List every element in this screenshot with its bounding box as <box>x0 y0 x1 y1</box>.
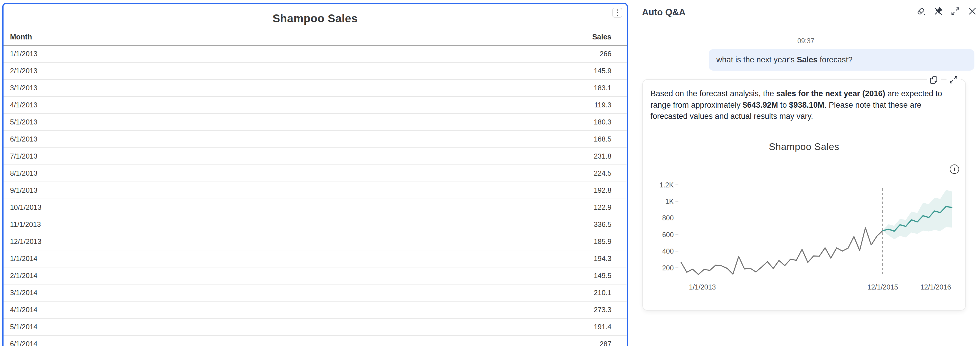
sales-cell: 185.9 <box>594 238 611 246</box>
table-row[interactable]: 2/1/2013145.9 <box>3 63 627 80</box>
month-cell: 12/1/2013 <box>10 238 41 246</box>
confidence-band <box>883 190 952 239</box>
sales-cell: 231.8 <box>594 152 611 160</box>
month-cell: 5/1/2014 <box>10 323 37 331</box>
report-canvas: Shampoo Sales Month Sales 1/1/20132662/1… <box>0 0 980 346</box>
month-cell: 1/1/2014 <box>10 255 37 263</box>
visual-title: Shampoo Sales <box>3 12 627 25</box>
eraser-icon <box>916 6 926 16</box>
unpin-button[interactable] <box>932 5 945 18</box>
y-axis-tick-label: 1K <box>665 198 674 206</box>
sales-cell: 224.5 <box>594 169 611 177</box>
y-axis-tick-label: 400 <box>662 247 674 255</box>
visual-more-options-button[interactable] <box>612 8 622 18</box>
table-row[interactable]: 2/1/2014149.5 <box>3 268 627 284</box>
forecast-chart[interactable]: 1.2K1K8006004002001/1/201312/1/201512/1/… <box>642 172 966 299</box>
close-icon <box>967 6 977 16</box>
column-header-month[interactable]: Month <box>10 33 32 41</box>
chart-title: Shampoo Sales <box>642 141 966 152</box>
kebab-menu-icon <box>617 10 618 16</box>
sales-cell: 119.3 <box>594 101 611 109</box>
table-row[interactable]: 4/1/2013119.3 <box>3 97 627 114</box>
table-row[interactable]: 8/1/2013224.5 <box>3 165 627 182</box>
table-row[interactable]: 10/1/2013122.9 <box>3 199 627 216</box>
sales-cell: 273.3 <box>594 306 611 314</box>
y-axis-tick-label: 200 <box>662 264 674 272</box>
expand-panel-button[interactable] <box>949 5 962 18</box>
sales-cell: 183.1 <box>594 84 611 92</box>
panel-header-actions <box>915 5 979 18</box>
month-cell: 6/1/2014 <box>10 340 37 346</box>
table-row[interactable]: 12/1/2013185.9 <box>3 233 627 250</box>
column-header-sales[interactable]: Sales <box>592 33 611 41</box>
sales-cell: 168.5 <box>594 135 611 143</box>
expand-icon <box>950 6 960 16</box>
table-row[interactable]: 6/1/2013168.5 <box>3 131 627 148</box>
close-panel-button[interactable] <box>966 5 979 18</box>
month-cell: 3/1/2014 <box>10 289 37 297</box>
sales-cell: 194.3 <box>594 255 611 263</box>
table-row[interactable]: 9/1/2013192.8 <box>3 182 627 199</box>
month-cell: 2/1/2013 <box>10 67 37 75</box>
copy-answer-button[interactable] <box>927 73 941 87</box>
x-axis-tick-label: 1/1/2013 <box>689 283 716 291</box>
question-text: what is the next year's Sales forecast? <box>716 55 853 64</box>
table-row[interactable]: 1/1/2013266 <box>3 46 627 63</box>
month-cell: 10/1/2013 <box>10 203 41 212</box>
table-row[interactable]: 3/1/2013183.1 <box>3 80 627 97</box>
sales-cell: 149.5 <box>594 271 611 280</box>
sales-cell: 336.5 <box>594 220 611 229</box>
x-axis-tick-label: 12/1/2016 <box>920 283 951 291</box>
table-row[interactable]: 5/1/2013180.3 <box>3 114 627 131</box>
table-header-row: Month Sales <box>3 29 627 46</box>
panel-title: Auto Q&A <box>642 7 686 18</box>
sales-cell: 266 <box>600 50 611 58</box>
expand-answer-button[interactable] <box>947 73 961 87</box>
sales-cell: 180.3 <box>594 118 611 126</box>
month-cell: 3/1/2013 <box>10 84 37 92</box>
month-cell: 5/1/2013 <box>10 118 37 126</box>
table-row[interactable]: 5/1/2014191.4 <box>3 319 627 336</box>
y-axis-tick-label: 800 <box>662 214 674 222</box>
table-row[interactable]: 3/1/2014210.1 <box>3 284 627 301</box>
sales-cell: 191.4 <box>594 323 611 331</box>
month-cell: 4/1/2013 <box>10 101 37 109</box>
table-row[interactable]: 7/1/2013231.8 <box>3 148 627 165</box>
table-row[interactable]: 6/1/2014287 <box>3 336 627 346</box>
month-cell: 4/1/2014 <box>10 306 37 314</box>
month-cell: 6/1/2013 <box>10 135 37 143</box>
clear-chat-button[interactable] <box>915 5 928 18</box>
sales-cell: 122.9 <box>594 203 611 212</box>
y-axis-tick-label: 1.2K <box>660 181 674 189</box>
month-cell: 11/1/2013 <box>10 220 41 229</box>
sales-cell: 192.8 <box>594 186 611 195</box>
actual-line <box>681 228 883 274</box>
y-axis-tick-label: 600 <box>662 231 674 239</box>
expand-icon <box>949 75 958 85</box>
table-row[interactable]: 1/1/2014194.3 <box>3 250 627 268</box>
copy-icon <box>929 75 939 85</box>
table-visual[interactable]: Shampoo Sales Month Sales 1/1/20132662/1… <box>2 3 628 346</box>
table-body: 1/1/20132662/1/2013145.93/1/2013183.14/1… <box>3 46 627 346</box>
pin-off-icon <box>933 6 943 16</box>
sales-cell: 210.1 <box>594 289 611 297</box>
month-cell: 7/1/2013 <box>10 152 37 160</box>
sales-cell: 287 <box>600 340 611 346</box>
month-cell: 1/1/2013 <box>10 50 37 58</box>
answer-text: Based on the forecast analysis, the sale… <box>651 88 958 122</box>
table-row[interactable]: 4/1/2014273.3 <box>3 301 627 319</box>
panel-divider <box>632 0 632 346</box>
sales-cell: 145.9 <box>594 67 611 75</box>
table-row[interactable]: 11/1/2013336.5 <box>3 216 627 233</box>
question-bubble: what is the next year's Sales forecast? <box>709 49 974 71</box>
x-axis-tick-label: 12/1/2015 <box>867 283 898 291</box>
month-cell: 2/1/2014 <box>10 271 37 280</box>
month-cell: 8/1/2013 <box>10 169 37 177</box>
chat-timestamp: 09:37 <box>632 37 980 45</box>
month-cell: 9/1/2013 <box>10 186 37 195</box>
